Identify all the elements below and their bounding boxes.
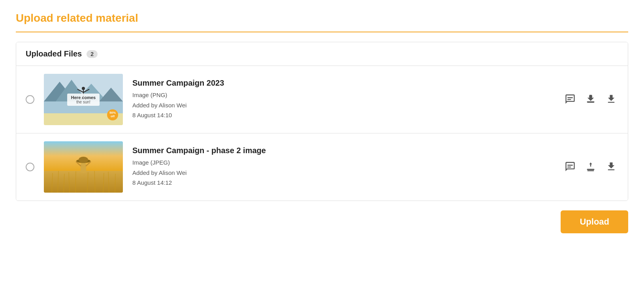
download-button-1[interactable] [604, 92, 618, 107]
files-header-title: Uploaded Files [26, 49, 82, 58]
comment-button-2[interactable] [563, 159, 577, 175]
file-actions-2 [563, 159, 618, 175]
file-row-2: Summer Campaign - phase 2 image Image (J… [16, 133, 628, 201]
file-name-1: Summer Campaign 2023 [132, 79, 555, 88]
thumb-1-badge: 50%off [107, 109, 118, 120]
svg-rect-17 [44, 171, 123, 193]
upload-to-button-2[interactable] [584, 159, 598, 175]
thumb-1-line2: the sun! [71, 100, 96, 104]
file-checkbox-2[interactable] [26, 163, 34, 171]
svg-rect-14 [567, 99, 571, 100]
file-type-2: Image (JPEG) [132, 159, 170, 166]
file-row-1: Here comes the sun! 50%off Summer Campai… [16, 66, 628, 133]
svg-rect-35 [587, 169, 595, 170]
thumb-2-bg [44, 141, 123, 193]
file-actions-1 [563, 92, 618, 107]
file-added-2: Added by Alison Wei [132, 169, 186, 176]
thumb-1-overlay: Here comes the sun! 50%off [44, 74, 123, 125]
file-date-2: 8 August 14:12 [132, 179, 172, 186]
svg-rect-33 [567, 165, 573, 165]
download-icon-2 [606, 161, 617, 172]
file-name-2: Summer Campaign - phase 2 image [132, 146, 555, 155]
upload-button[interactable]: Upload [561, 210, 628, 233]
comment-icon-2 [565, 161, 576, 172]
orange-divider [16, 32, 628, 32]
upload-to-icon-1 [585, 94, 596, 105]
upload-to-icon-2 [585, 161, 596, 172]
upload-to-button-1[interactable] [584, 92, 598, 107]
file-thumbnail-1: Here comes the sun! 50%off [44, 74, 123, 125]
download-icon-1 [606, 94, 617, 105]
file-info-2: Summer Campaign - phase 2 image Image (J… [132, 146, 555, 188]
file-thumbnail-2 [44, 141, 123, 193]
svg-rect-34 [567, 167, 571, 167]
file-type-1: Image (PNG) [132, 92, 167, 98]
files-container: Uploaded Files 2 [16, 42, 628, 201]
page-title: Upload related material [16, 12, 628, 24]
thumb-1-line1: Here comes [71, 95, 96, 100]
svg-point-29 [79, 157, 88, 163]
download-button-2[interactable] [604, 159, 618, 175]
comment-button-1[interactable] [563, 92, 577, 107]
file-info-1: Summer Campaign 2023 Image (PNG) Added b… [132, 79, 555, 120]
file-added-1: Added by Alison Wei [132, 102, 186, 109]
svg-rect-13 [567, 97, 573, 98]
file-date-1: 8 August 14:10 [132, 112, 172, 118]
svg-rect-15 [587, 101, 595, 102]
files-header: Uploaded Files 2 [16, 42, 628, 66]
file-meta-2: Image (JPEG) Added by Alison Wei 8 Augus… [132, 158, 555, 188]
svg-rect-30 [81, 163, 86, 173]
upload-btn-row: Upload [16, 210, 628, 233]
files-count-badge: 2 [87, 50, 98, 58]
thumb-1-textbox: Here comes the sun! [67, 94, 100, 106]
comment-icon-1 [565, 94, 576, 105]
file-meta-1: Image (PNG) Added by Alison Wei 8 August… [132, 90, 555, 120]
file-checkbox-1[interactable] [26, 95, 34, 104]
